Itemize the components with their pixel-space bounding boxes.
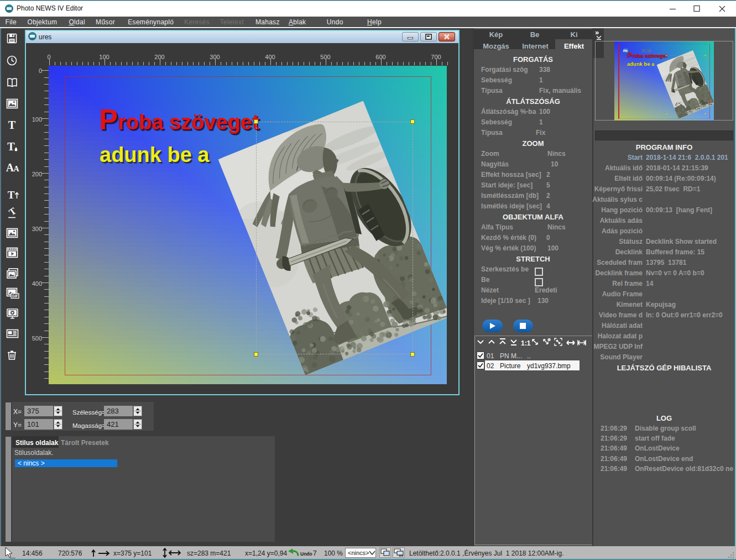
svg-text:GIF: GIF <box>12 294 18 298</box>
svg-text:1:1: 1:1 <box>521 339 531 347</box>
svg-text:T: T <box>8 119 16 131</box>
svg-text:T: T <box>8 189 15 201</box>
svg-text:T: T <box>7 141 15 153</box>
svg-text:A: A <box>13 165 19 173</box>
svg-text:sty: sty <box>399 554 404 557</box>
svg-text:T: T <box>7 207 19 218</box>
